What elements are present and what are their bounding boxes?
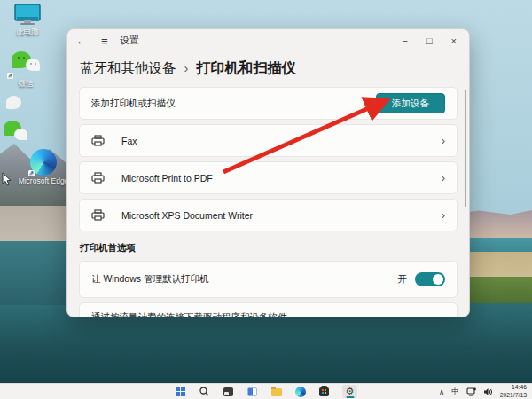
desktop-icon-wechat[interactable]: ↗ 微信	[1, 51, 51, 89]
breadcrumb: 蓝牙和其他设备 › 打印机和扫描仪	[67, 52, 469, 87]
add-printer-row: 添加打印机或扫描仪 添加设备	[79, 87, 458, 120]
scrollbar[interactable]	[465, 90, 466, 207]
edge-taskbar-icon[interactable]	[294, 386, 306, 397]
close-button[interactable]: ×	[451, 35, 457, 46]
tray-expand-icon[interactable]: ∧	[439, 387, 444, 396]
gear-icon: ⚙	[346, 387, 355, 396]
desktop: 此电脑 ↗ 微信 ↗ Microsoft Edge	[0, 0, 532, 399]
tray-date: 2021/7/13	[500, 392, 527, 399]
desktop-icon-partial-1[interactable]	[0, 92, 37, 115]
manage-default-toggle[interactable]	[415, 272, 445, 286]
start-button[interactable]	[175, 386, 186, 397]
section-title: 打印机首选项	[80, 242, 457, 254]
search-icon[interactable]	[199, 386, 210, 397]
window-title: 设置	[121, 35, 139, 47]
printer-name: Microsoft XPS Document Writer	[121, 210, 253, 221]
wechat-icon: ↗	[9, 51, 43, 78]
printer-row-fax[interactable]: Fax ›	[79, 124, 458, 157]
tray-time: 14:46	[500, 384, 527, 392]
metered-row-label: 通过按流量计费的连接下载驱动程序和设备软件	[91, 311, 287, 317]
titlebar: ← ≡ 设置 − □ ×	[67, 29, 469, 52]
active-app-indicator	[346, 396, 354, 398]
shortcut-arrow-icon: ↗	[7, 73, 13, 79]
printer-name: Fax	[121, 136, 137, 146]
printer-name: Microsoft Print to PDF	[121, 173, 213, 184]
task-view-icon[interactable]	[223, 386, 234, 397]
breadcrumb-separator-icon: ›	[184, 60, 189, 75]
maximize-button[interactable]: □	[426, 35, 433, 46]
printer-icon	[91, 209, 107, 221]
file-explorer-icon[interactable]	[270, 386, 282, 397]
desktop-icon-edge[interactable]: ↗ Microsoft Edge	[15, 149, 72, 186]
settings-taskbar-icon[interactable]: ⚙	[342, 385, 357, 398]
chevron-right-icon: ›	[442, 134, 445, 147]
settings-window: ← ≡ 设置 − □ × 蓝牙和其他设备 › 打印机和扫描仪 添加打印机或扫描仪…	[66, 28, 470, 317]
breadcrumb-parent[interactable]: 蓝牙和其他设备	[80, 59, 176, 78]
microsoft-store-icon[interactable]	[318, 386, 330, 397]
chevron-right-icon: ›	[442, 171, 445, 184]
metered-connection-row[interactable]: 通过按流量计费的连接下载驱动程序和设备软件	[79, 302, 458, 317]
volume-icon[interactable]	[483, 387, 493, 396]
add-printer-label: 添加打印机或扫描仪	[91, 98, 176, 110]
taskbar: ⚙ ∧ 中 14:46 2021/7/13	[0, 383, 532, 399]
desktop-icon-label: Microsoft Edge	[19, 176, 69, 185]
desktop-icon-this-pc[interactable]: 此电脑	[3, 4, 52, 37]
printer-row-xps[interactable]: Microsoft XPS Document Writer ›	[79, 199, 458, 231]
printer-icon	[91, 135, 107, 146]
network-icon[interactable]	[466, 387, 476, 396]
ime-indicator[interactable]: 中	[451, 387, 459, 397]
this-pc-icon	[12, 4, 43, 27]
page-title: 打印机和扫描仪	[197, 59, 296, 78]
minimize-button[interactable]: −	[402, 35, 407, 46]
widgets-icon[interactable]	[246, 386, 258, 397]
menu-icon[interactable]: ≡	[101, 35, 108, 48]
printer-icon	[91, 172, 107, 184]
wallpaper-left-water	[0, 241, 71, 305]
add-device-button[interactable]: 添加设备	[376, 93, 445, 113]
mouse-cursor	[2, 172, 12, 186]
wallpaper-left-shore	[0, 206, 71, 243]
shortcut-arrow-icon: ↗	[28, 170, 35, 176]
system-tray: ∧ 中 14:46 2021/7/13	[439, 384, 532, 399]
desktop-icon-partial-2[interactable]	[0, 119, 37, 147]
edge-icon: ↗	[30, 149, 57, 176]
clock[interactable]: 14:46 2021/7/13	[500, 384, 527, 399]
manage-default-row: 让 Windows 管理默认打印机 开	[79, 261, 458, 298]
chevron-right-icon: ›	[442, 208, 445, 222]
desktop-icon-label: 此电脑	[16, 27, 39, 36]
manage-default-label: 让 Windows 管理默认打印机	[91, 273, 208, 286]
back-button[interactable]: ←	[76, 35, 87, 47]
desktop-icon-label: 微信	[19, 79, 34, 88]
toggle-state-label: 开	[398, 273, 408, 286]
printer-row-pdf[interactable]: Microsoft Print to PDF ›	[79, 161, 458, 194]
